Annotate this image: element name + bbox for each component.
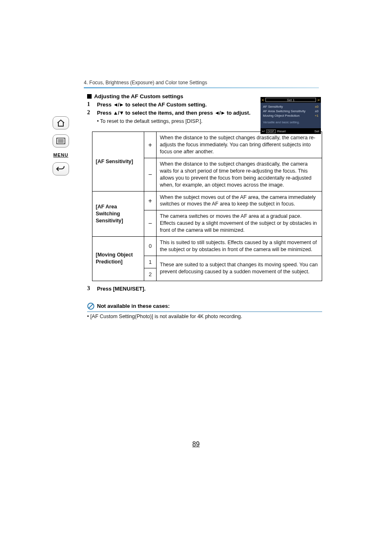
text-part: Press xyxy=(97,110,113,116)
cam-row-value: +1 xyxy=(315,114,318,118)
setting-label: [AF Sensitivity] xyxy=(92,132,144,191)
reset-label: Reset xyxy=(277,129,286,133)
setting-desc: When the distance to the subject changes… xyxy=(157,132,322,158)
arrow-glyphs: ▲/▼ xyxy=(113,110,124,116)
page-number[interactable]: 89 xyxy=(0,441,392,448)
setting-desc: This is suited to still subjects. Effect… xyxy=(157,236,322,256)
home-button[interactable] xyxy=(53,116,69,129)
step-text: Press [MENU/SET]. xyxy=(97,285,145,293)
setting-sign: 2 xyxy=(144,268,157,281)
setting-sign: − xyxy=(144,158,157,192)
home-icon xyxy=(56,119,65,127)
cam-row: Moving Object Prediction+1 xyxy=(263,113,318,118)
setting-label: [Moving Object Prediction] xyxy=(92,236,144,281)
cam-row-label: AF Sensitivity xyxy=(263,105,283,108)
section-marker xyxy=(87,94,92,99)
step-number: 3 xyxy=(87,285,91,293)
setting-sign: + xyxy=(144,191,157,210)
toc-button[interactable] xyxy=(53,134,69,148)
cam-body: AF Sensitivity±0 AF Area Switching Sensi… xyxy=(261,103,321,128)
svg-line-5 xyxy=(89,304,93,308)
setting-label: [AF Area Switching Sensitivity] xyxy=(92,191,144,236)
header-rule xyxy=(84,87,319,88)
cam-row: AF Sensitivity±0 xyxy=(263,104,318,109)
set-label: Set xyxy=(314,129,319,133)
text-part: to select the AF Custom setting. xyxy=(124,102,207,108)
list-icon xyxy=(56,137,66,145)
cam-titlebar: < Set 1 > xyxy=(261,97,321,103)
note-body: • [AF Custom Setting(Photo)] is not avai… xyxy=(87,314,322,319)
af-settings-table: [AF Sensitivity] + When the distance to … xyxy=(92,132,322,281)
setting-sign: 1 xyxy=(144,256,157,268)
cam-row-value: ±0 xyxy=(315,109,318,113)
cam-footer: ↩ DISP. Reset Set xyxy=(261,128,321,134)
chevron-right-icon: > xyxy=(317,98,320,102)
text-part: Press xyxy=(97,102,113,108)
table-row: [AF Area Switching Sensitivity] + When t… xyxy=(92,191,322,210)
step-text: Press ▲/▼ to select the items, and then … xyxy=(97,109,251,117)
setting-desc: The camera switches or moves the AF area… xyxy=(157,210,322,237)
return-icon: ↩ xyxy=(262,129,265,133)
back-icon xyxy=(56,165,66,173)
breadcrumb: 4. Focus, Brightness (Exposure) and Colo… xyxy=(84,80,322,87)
note-heading-row: Not available in these cases: xyxy=(87,302,322,310)
arrow-glyphs: ◄/► xyxy=(113,102,124,108)
setting-sign: + xyxy=(144,132,157,158)
setting-desc: When the subject moves out of the AF are… xyxy=(157,191,322,210)
cam-row-value: ±0 xyxy=(315,105,318,108)
camera-screen-illustration: < Set 1 > AF Sensitivity±0 AF Area Switc… xyxy=(261,97,321,134)
setting-desc: When the distance to the subject changes… xyxy=(157,158,322,192)
section-title: Adjusting the AF Custom settings xyxy=(94,93,183,99)
cam-row-label: AF Area Switching Sensitivity xyxy=(263,109,306,113)
setting-desc: These are suited to a subject that chang… xyxy=(157,256,322,281)
text-part: to adjust. xyxy=(225,110,250,116)
step-number: 1 xyxy=(87,101,91,108)
disp-button-label: DISP. xyxy=(266,129,276,133)
not-available-icon xyxy=(87,302,95,310)
menu-link[interactable]: MENU xyxy=(53,152,68,157)
step-3: 3 Press [MENU/SET]. xyxy=(87,285,322,293)
back-button[interactable] xyxy=(53,162,69,175)
table-row: [Moving Object Prediction] 0 This is sui… xyxy=(92,236,322,256)
text-part: to select the items, and then press xyxy=(124,110,214,116)
side-nav: MENU xyxy=(53,116,69,175)
step-text: Press ◄/► to select the AF Custom settin… xyxy=(97,101,207,108)
step-number: 2 xyxy=(87,109,91,117)
cam-title: Set 1 xyxy=(287,98,295,102)
arrow-glyphs: ◄/► xyxy=(214,110,225,116)
cam-row: AF Area Switching Sensitivity±0 xyxy=(263,109,318,113)
setting-sign: 0 xyxy=(144,236,157,256)
cam-desc: Versatile and basic setting. xyxy=(263,120,318,124)
chevron-left-icon: < xyxy=(262,98,264,102)
table-row: [AF Sensitivity] + When the distance to … xyxy=(92,132,322,158)
note-divider xyxy=(87,312,322,312)
cam-row-label: Moving Object Prediction xyxy=(263,114,300,118)
setting-sign: − xyxy=(144,210,157,237)
note-heading: Not available in these cases: xyxy=(97,303,170,309)
